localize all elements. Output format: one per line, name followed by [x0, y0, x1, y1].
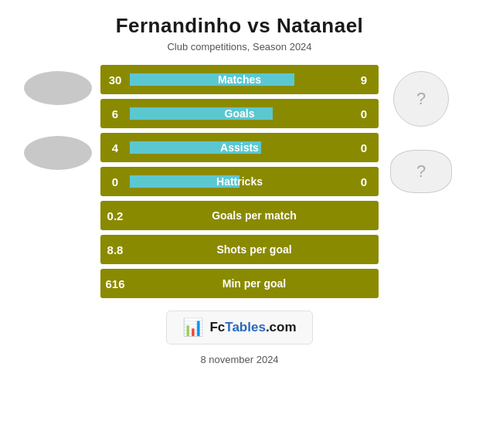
stat-right-val-2: 0: [349, 141, 379, 154]
branding-box: 📊 FcTables.com: [166, 311, 312, 344]
stat-left-val-1: 6: [100, 107, 130, 120]
stat-label-area-2: Assists: [130, 141, 349, 154]
stat-row-3: 0Hattricks0: [100, 167, 379, 196]
stat-label-text-1: Goals: [225, 107, 255, 120]
stat-row-1: 6Goals0: [100, 99, 379, 128]
stat-right-val-0: 9: [349, 73, 379, 87]
stat-label-text-0: Matches: [218, 73, 261, 86]
stat-row-2: 4Assists0: [100, 133, 379, 162]
stat-row-5: 8.8Shots per goal: [100, 235, 379, 264]
stat-right-val-1: 0: [349, 107, 379, 120]
right-avatar-1: ?: [393, 71, 449, 127]
stat-left-val-0: 30: [100, 73, 130, 87]
stat-row-6: 616Min per goal: [100, 269, 379, 298]
stat-bar-fill-0: [130, 73, 294, 86]
right-avatar-2: ?: [390, 150, 452, 193]
brand-icon: 📊: [182, 317, 203, 338]
stat-right-val-3: 0: [349, 175, 379, 188]
stat-label-text-2: Assists: [220, 141, 259, 154]
stat-left-val-5: 8.8: [100, 243, 130, 256]
stat-label-text-3: Hattricks: [216, 175, 263, 188]
stat-left-val-4: 0.2: [100, 209, 130, 222]
page-title: Fernandinho vs Natanael: [116, 14, 364, 38]
stat-label-text-4: Goals per match: [212, 209, 297, 222]
stat-label-area-6: Min per goal: [130, 277, 379, 290]
stats-container: 30Matches96Goals04Assists00Hattricks00.2…: [100, 65, 379, 298]
left-avatar-1: [24, 71, 92, 105]
right-avatars: ? ?: [379, 65, 464, 193]
brand-name: FcTables.com: [209, 320, 296, 335]
page-subtitle: Club competitions, Season 2024: [116, 41, 364, 53]
stat-label-text-6: Min per goal: [223, 277, 286, 290]
stat-left-val-3: 0: [100, 175, 130, 188]
stat-row-0: 30Matches9: [100, 65, 379, 94]
stat-label-area-3: Hattricks: [130, 175, 349, 188]
page: Fernandinho vs Natanael Club competition…: [0, 0, 479, 448]
stat-label-area-0: Matches: [130, 73, 349, 86]
header: Fernandinho vs Natanael Club competition…: [100, 0, 379, 57]
left-avatar-2: [24, 136, 92, 170]
comparison-area: 30Matches96Goals04Assists00Hattricks00.2…: [0, 57, 479, 298]
left-avatars: [15, 65, 100, 170]
stat-left-val-2: 4: [100, 141, 130, 154]
stat-label-area-5: Shots per goal: [130, 243, 379, 256]
stat-left-val-6: 616: [100, 277, 130, 290]
footer-date: 8 november 2024: [200, 354, 278, 365]
stat-label-area-4: Goals per match: [130, 209, 379, 222]
stat-label-area-1: Goals: [130, 107, 349, 120]
stat-row-4: 0.2Goals per match: [100, 201, 379, 230]
stat-label-text-5: Shots per goal: [216, 243, 291, 256]
